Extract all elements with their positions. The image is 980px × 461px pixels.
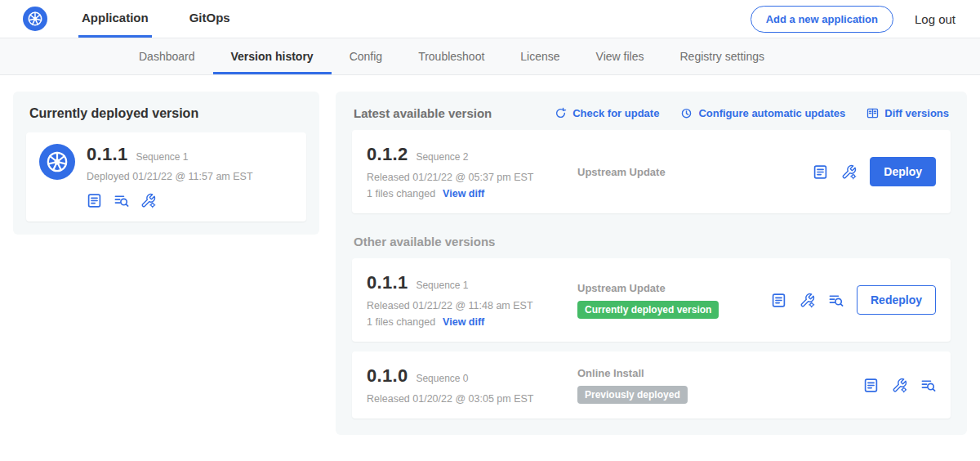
main-content: Currently deployed version 0.1.1 Sequenc… xyxy=(0,75,980,451)
diff-versions-icon xyxy=(866,107,879,119)
other-versions-title: Other available versions xyxy=(354,235,949,248)
subnav-tab-dashboard[interactable]: Dashboard xyxy=(121,38,213,74)
add-application-button[interactable]: Add a new application xyxy=(751,6,893,33)
latest-available-title: Latest available version xyxy=(354,106,492,120)
version-row: 0.1.0 Sequence 0 Released 01/20/22 @ 03:… xyxy=(352,351,951,418)
check-for-update-link[interactable]: Check for update xyxy=(555,107,659,119)
edit-config-icon[interactable] xyxy=(140,193,156,208)
subnav-tab-config[interactable]: Config xyxy=(332,38,400,74)
version-source: Online Install xyxy=(577,367,863,379)
sequence-label: Sequence 2 xyxy=(416,151,468,163)
top-navbar: Application GitOps Add a new application… xyxy=(0,0,980,38)
configure-updates-label: Configure automatic updates xyxy=(698,107,845,119)
deployed-timestamp: Deployed 01/21/22 @ 11:57 am EST xyxy=(87,171,253,182)
subnav-tab-registry-settings[interactable]: Registry settings xyxy=(662,38,782,74)
clock-icon xyxy=(680,107,693,119)
tab-gitops[interactable]: GitOps xyxy=(186,0,234,38)
deploy-button[interactable]: Deploy xyxy=(870,157,936,186)
available-versions-panel: Latest available version Check for updat… xyxy=(336,92,967,435)
configure-automatic-updates-link[interactable]: Configure automatic updates xyxy=(680,107,845,119)
redeploy-button[interactable]: Redeploy xyxy=(857,285,936,315)
diff-icon[interactable] xyxy=(920,378,936,393)
released-timestamp: Released 01/21/22 @ 05:37 pm EST xyxy=(367,172,577,183)
deployed-sequence-label: Sequence 1 xyxy=(136,151,188,163)
files-changed-label: 1 files changed xyxy=(367,316,435,328)
logout-link[interactable]: Log out xyxy=(915,12,956,26)
diff-icon[interactable] xyxy=(828,293,844,308)
diff-versions-link[interactable]: Diff versions xyxy=(866,107,949,119)
sequence-label: Sequence 1 xyxy=(416,280,468,291)
files-changed-label: 1 files changed xyxy=(367,188,435,199)
deployed-version-info: 0.1.1 Sequence 1 Deployed 01/21/22 @ 11:… xyxy=(87,144,253,208)
version-number: 0.1.0 xyxy=(367,365,408,387)
brand xyxy=(23,0,47,38)
kubernetes-logo-icon xyxy=(23,7,47,31)
released-timestamp: Released 01/21/22 @ 11:48 am EST xyxy=(367,300,577,311)
previously-deployed-badge: Previously deployed xyxy=(577,386,688,404)
check-for-update-label: Check for update xyxy=(572,107,659,119)
sequence-label: Sequence 0 xyxy=(416,373,468,384)
diff-icon[interactable] xyxy=(114,193,129,208)
released-timestamp: Released 01/20/22 @ 03:05 pm EST xyxy=(367,393,577,405)
release-notes-icon[interactable] xyxy=(863,378,879,393)
version-source: Upstream Update xyxy=(577,282,771,294)
diff-versions-label: Diff versions xyxy=(884,107,949,119)
subnav-tab-license[interactable]: License xyxy=(502,38,577,74)
topnav-right: Add a new application Log out xyxy=(751,0,956,38)
app-icon xyxy=(39,144,75,180)
currently-deployed-badge: Currently deployed version xyxy=(577,301,719,319)
version-number: 0.1.2 xyxy=(367,144,408,165)
edit-config-icon[interactable] xyxy=(800,293,815,308)
deployed-panel-title: Currently deployed version xyxy=(29,106,303,121)
release-notes-icon[interactable] xyxy=(87,193,102,208)
version-source: Upstream Update xyxy=(577,166,813,178)
deployed-version-card: 0.1.1 Sequence 1 Deployed 01/21/22 @ 11:… xyxy=(26,132,306,222)
version-row: 0.1.2 Sequence 2 Released 01/21/22 @ 05:… xyxy=(352,130,951,213)
currently-deployed-panel: Currently deployed version 0.1.1 Sequenc… xyxy=(13,92,319,235)
tab-application[interactable]: Application xyxy=(78,0,152,38)
view-diff-link[interactable]: View diff xyxy=(443,316,484,328)
refresh-icon xyxy=(555,107,567,119)
app-subnav: Dashboard Version history Config Trouble… xyxy=(0,38,980,75)
edit-config-icon[interactable] xyxy=(892,378,907,393)
subnav-tab-troubleshoot[interactable]: Troubleshoot xyxy=(400,38,502,74)
version-number: 0.1.1 xyxy=(367,272,408,293)
view-diff-link[interactable]: View diff xyxy=(443,188,484,199)
subnav-tab-view-files[interactable]: View files xyxy=(578,38,662,74)
edit-config-icon[interactable] xyxy=(841,164,857,180)
release-notes-icon[interactable] xyxy=(813,164,828,180)
deployed-version-number: 0.1.1 xyxy=(87,144,127,165)
release-notes-icon[interactable] xyxy=(771,293,786,308)
version-row: 0.1.1 Sequence 1 Released 01/21/22 @ 11:… xyxy=(352,258,951,342)
subnav-tab-version-history[interactable]: Version history xyxy=(213,38,332,74)
